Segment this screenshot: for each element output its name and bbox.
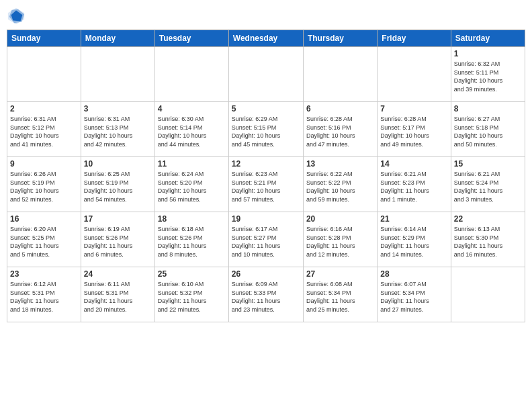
- day-info: Sunrise: 6:10 AM Sunset: 5:32 PM Dayligh…: [158, 280, 226, 314]
- calendar-cell: 10Sunrise: 6:25 AM Sunset: 5:19 PM Dayli…: [81, 157, 154, 212]
- calendar-cell: 6Sunrise: 6:28 AM Sunset: 5:16 PM Daylig…: [303, 102, 377, 157]
- page-header: [7, 7, 525, 26]
- day-info: Sunrise: 6:28 AM Sunset: 5:17 PM Dayligh…: [380, 115, 447, 148]
- calendar-week-5: 23Sunrise: 6:12 AM Sunset: 5:31 PM Dayli…: [7, 267, 525, 322]
- calendar-col-monday: Monday: [81, 30, 154, 47]
- day-number: 19: [232, 214, 300, 224]
- day-info: Sunrise: 6:17 AM Sunset: 5:27 PM Dayligh…: [232, 225, 300, 259]
- day-info: Sunrise: 6:27 AM Sunset: 5:18 PM Dayligh…: [454, 115, 522, 148]
- calendar-header-row: SundayMondayTuesdayWednesdayThursdayFrid…: [7, 30, 525, 47]
- calendar-cell: 7Sunrise: 6:28 AM Sunset: 5:17 PM Daylig…: [378, 102, 451, 157]
- day-number: 23: [10, 269, 78, 279]
- day-info: Sunrise: 6:30 AM Sunset: 5:14 PM Dayligh…: [158, 115, 226, 148]
- day-number: 11: [158, 159, 226, 169]
- day-number: 13: [306, 159, 374, 169]
- calendar-cell: 9Sunrise: 6:26 AM Sunset: 5:19 PM Daylig…: [7, 157, 81, 212]
- day-info: Sunrise: 6:20 AM Sunset: 5:25 PM Dayligh…: [10, 225, 78, 259]
- calendar-cell: 19Sunrise: 6:17 AM Sunset: 5:27 PM Dayli…: [228, 212, 303, 267]
- day-info: Sunrise: 6:31 AM Sunset: 5:12 PM Dayligh…: [10, 115, 78, 148]
- calendar-week-4: 16Sunrise: 6:20 AM Sunset: 5:25 PM Dayli…: [7, 212, 525, 267]
- calendar-cell: [154, 47, 228, 102]
- day-info: Sunrise: 6:07 AM Sunset: 5:34 PM Dayligh…: [380, 280, 447, 314]
- calendar-week-1: 1Sunrise: 6:32 AM Sunset: 5:11 PM Daylig…: [7, 47, 525, 102]
- calendar-cell: 5Sunrise: 6:29 AM Sunset: 5:15 PM Daylig…: [228, 102, 303, 157]
- calendar-cell: 2Sunrise: 6:31 AM Sunset: 5:12 PM Daylig…: [7, 102, 81, 157]
- calendar-col-sunday: Sunday: [7, 30, 81, 47]
- day-number: 25: [158, 269, 226, 279]
- calendar-cell: 27Sunrise: 6:08 AM Sunset: 5:34 PM Dayli…: [303, 267, 377, 322]
- day-number: 4: [158, 104, 226, 113]
- day-info: Sunrise: 6:21 AM Sunset: 5:24 PM Dayligh…: [454, 170, 522, 203]
- calendar-week-3: 9Sunrise: 6:26 AM Sunset: 5:19 PM Daylig…: [7, 157, 525, 212]
- calendar-cell: 25Sunrise: 6:10 AM Sunset: 5:32 PM Dayli…: [154, 267, 228, 322]
- calendar-cell: 4Sunrise: 6:30 AM Sunset: 5:14 PM Daylig…: [154, 102, 228, 157]
- day-info: Sunrise: 6:29 AM Sunset: 5:15 PM Dayligh…: [232, 115, 300, 148]
- day-info: Sunrise: 6:11 AM Sunset: 5:31 PM Dayligh…: [84, 280, 152, 314]
- calendar-col-saturday: Saturday: [451, 30, 525, 47]
- calendar-cell: [451, 267, 525, 322]
- calendar-cell: [228, 47, 303, 102]
- day-info: Sunrise: 6:16 AM Sunset: 5:28 PM Dayligh…: [306, 225, 374, 259]
- day-info: Sunrise: 6:32 AM Sunset: 5:11 PM Dayligh…: [454, 60, 522, 93]
- day-number: 14: [380, 159, 447, 169]
- day-number: 5: [232, 104, 300, 113]
- day-number: 1: [454, 49, 522, 58]
- calendar-cell: 21Sunrise: 6:14 AM Sunset: 5:29 PM Dayli…: [378, 212, 451, 267]
- day-number: 18: [158, 214, 226, 224]
- day-number: 9: [10, 159, 78, 169]
- calendar-cell: 28Sunrise: 6:07 AM Sunset: 5:34 PM Dayli…: [378, 267, 451, 322]
- day-info: Sunrise: 6:18 AM Sunset: 5:26 PM Dayligh…: [158, 225, 226, 259]
- calendar-cell: 14Sunrise: 6:21 AM Sunset: 5:23 PM Dayli…: [378, 157, 451, 212]
- day-number: 3: [84, 104, 152, 113]
- calendar-cell: 18Sunrise: 6:18 AM Sunset: 5:26 PM Dayli…: [154, 212, 228, 267]
- calendar-cell: [378, 47, 451, 102]
- calendar-cell: 11Sunrise: 6:24 AM Sunset: 5:20 PM Dayli…: [154, 157, 228, 212]
- day-info: Sunrise: 6:23 AM Sunset: 5:21 PM Dayligh…: [232, 170, 300, 203]
- calendar-col-thursday: Thursday: [303, 30, 377, 47]
- day-info: Sunrise: 6:25 AM Sunset: 5:19 PM Dayligh…: [84, 170, 152, 203]
- day-info: Sunrise: 6:28 AM Sunset: 5:16 PM Dayligh…: [306, 115, 374, 148]
- day-info: Sunrise: 6:14 AM Sunset: 5:29 PM Dayligh…: [380, 225, 447, 259]
- day-number: 8: [454, 104, 522, 113]
- calendar-cell: 23Sunrise: 6:12 AM Sunset: 5:31 PM Dayli…: [7, 267, 81, 322]
- day-number: 7: [380, 104, 447, 113]
- day-number: 27: [306, 269, 374, 279]
- day-info: Sunrise: 6:24 AM Sunset: 5:20 PM Dayligh…: [158, 170, 226, 203]
- calendar-cell: 26Sunrise: 6:09 AM Sunset: 5:33 PM Dayli…: [228, 267, 303, 322]
- day-info: Sunrise: 6:19 AM Sunset: 5:26 PM Dayligh…: [84, 225, 152, 259]
- calendar-col-wednesday: Wednesday: [228, 30, 303, 47]
- day-number: 17: [84, 214, 152, 224]
- calendar-cell: [81, 47, 154, 102]
- calendar-cell: 12Sunrise: 6:23 AM Sunset: 5:21 PM Dayli…: [228, 157, 303, 212]
- page-container: SundayMondayTuesdayWednesdayThursdayFrid…: [0, 0, 532, 411]
- calendar-cell: 24Sunrise: 6:11 AM Sunset: 5:31 PM Dayli…: [81, 267, 154, 322]
- day-number: 6: [306, 104, 374, 113]
- calendar-cell: 1Sunrise: 6:32 AM Sunset: 5:11 PM Daylig…: [451, 47, 525, 102]
- day-info: Sunrise: 6:13 AM Sunset: 5:30 PM Dayligh…: [454, 225, 522, 259]
- day-number: 2: [10, 104, 78, 113]
- calendar-col-friday: Friday: [378, 30, 451, 47]
- day-number: 21: [380, 214, 447, 224]
- day-info: Sunrise: 6:08 AM Sunset: 5:34 PM Dayligh…: [306, 280, 374, 314]
- day-number: 16: [10, 214, 78, 224]
- calendar-table: SundayMondayTuesdayWednesdayThursdayFrid…: [7, 30, 525, 322]
- calendar-cell: 8Sunrise: 6:27 AM Sunset: 5:18 PM Daylig…: [451, 102, 525, 157]
- day-number: 24: [84, 269, 152, 279]
- day-number: 28: [380, 269, 447, 279]
- calendar-cell: 20Sunrise: 6:16 AM Sunset: 5:28 PM Dayli…: [303, 212, 377, 267]
- calendar-cell: 15Sunrise: 6:21 AM Sunset: 5:24 PM Dayli…: [451, 157, 525, 212]
- day-info: Sunrise: 6:22 AM Sunset: 5:22 PM Dayligh…: [306, 170, 374, 203]
- logo-icon: [7, 7, 26, 26]
- calendar-cell: 13Sunrise: 6:22 AM Sunset: 5:22 PM Dayli…: [303, 157, 377, 212]
- day-info: Sunrise: 6:26 AM Sunset: 5:19 PM Dayligh…: [10, 170, 78, 203]
- calendar-week-2: 2Sunrise: 6:31 AM Sunset: 5:12 PM Daylig…: [7, 102, 525, 157]
- day-info: Sunrise: 6:12 AM Sunset: 5:31 PM Dayligh…: [10, 280, 78, 314]
- day-number: 22: [454, 214, 522, 224]
- logo: [7, 7, 27, 26]
- day-info: Sunrise: 6:21 AM Sunset: 5:23 PM Dayligh…: [380, 170, 447, 203]
- day-info: Sunrise: 6:09 AM Sunset: 5:33 PM Dayligh…: [232, 280, 300, 314]
- day-number: 10: [84, 159, 152, 169]
- calendar-cell: 22Sunrise: 6:13 AM Sunset: 5:30 PM Dayli…: [451, 212, 525, 267]
- calendar-cell: 16Sunrise: 6:20 AM Sunset: 5:25 PM Dayli…: [7, 212, 81, 267]
- calendar-cell: [303, 47, 377, 102]
